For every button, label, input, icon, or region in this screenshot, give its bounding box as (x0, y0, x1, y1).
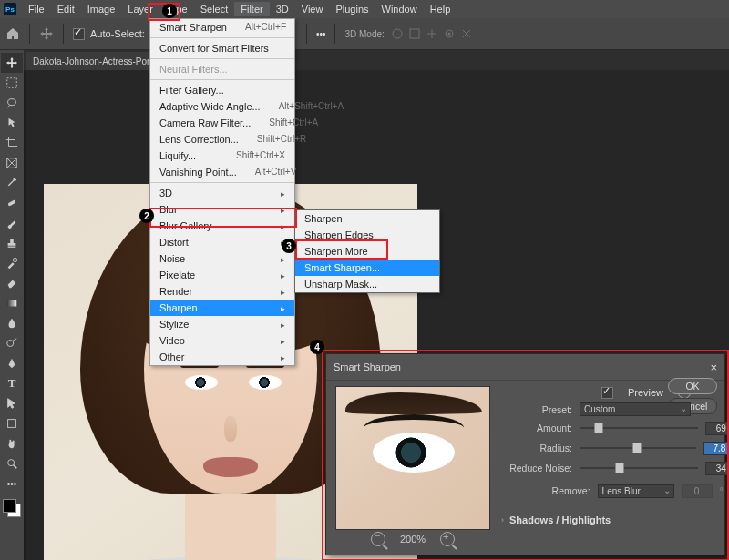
tool-shape[interactable] (1, 413, 23, 433)
chevron-right-icon[interactable]: › (501, 515, 504, 524)
svg-point-17 (13, 258, 16, 261)
filter-gallery[interactable]: Filter Gallery... (150, 82, 294, 98)
filter-noise[interactable]: Noise (150, 250, 294, 267)
filter-other[interactable]: Other (150, 349, 294, 365)
amount-slider[interactable] (580, 420, 698, 436)
menu-file[interactable]: File (22, 2, 51, 16)
tool-select[interactable] (1, 113, 23, 133)
tool-heal[interactable] (1, 193, 23, 213)
radius-value[interactable]: 7.8 (703, 442, 729, 455)
noise-value[interactable]: 34 (705, 462, 729, 475)
zoom-level: 200% (400, 534, 426, 545)
3d-icon[interactable] (390, 26, 405, 41)
close-icon[interactable]: × (710, 361, 717, 374)
preset-select[interactable]: Custom (580, 402, 691, 416)
filter-wide-angle[interactable]: Adaptive Wide Angle...Alt+Shift+Ctrl+A (150, 98, 294, 115)
3d-icon[interactable] (442, 26, 457, 41)
auto-select-checkbox[interactable] (73, 28, 85, 40)
tool-pen[interactable] (1, 353, 23, 373)
tool-brush[interactable] (1, 213, 23, 233)
preview-label: Preview (628, 387, 663, 398)
svg-rect-16 (8, 247, 16, 248)
filter-blur[interactable]: Blur (150, 201, 294, 218)
amount-label: Amount: (501, 423, 572, 433)
svg-point-19 (7, 341, 14, 347)
sharpen-unsharp[interactable]: Unsharp Mask... (295, 276, 439, 292)
menu-layer[interactable]: Layer (121, 2, 159, 16)
svg-rect-15 (7, 199, 15, 206)
menu-view[interactable]: View (295, 2, 330, 16)
filter-last[interactable]: Smart SharpenAlt+Ctrl+F (150, 19, 294, 36)
sharpen-edges[interactable]: Sharpen Edges (295, 227, 439, 243)
tool-type[interactable]: T (1, 373, 23, 393)
tool-path[interactable] (1, 393, 23, 413)
menu-filter[interactable]: Filter (234, 2, 269, 16)
separator (29, 24, 30, 44)
menu-edit[interactable]: Edit (51, 2, 81, 16)
sharpen-more[interactable]: Sharpen More (295, 243, 439, 260)
tool-dodge[interactable] (1, 333, 23, 353)
tool-crop[interactable] (1, 133, 23, 153)
sharpen-sharpen[interactable]: Sharpen (295, 210, 439, 227)
zoom-out-icon[interactable] (371, 532, 385, 546)
svg-rect-20 (8, 420, 16, 428)
filter-sharpen[interactable]: Sharpen (150, 300, 294, 316)
tool-lasso[interactable] (1, 93, 23, 113)
menu-help[interactable]: Help (424, 2, 457, 16)
filter-pixelate[interactable]: Pixelate (150, 267, 294, 283)
tool-marquee[interactable] (1, 73, 23, 93)
remove-select[interactable]: Lens Blur (598, 484, 674, 498)
move-tool-icon (39, 26, 54, 41)
filter-convert-smart[interactable]: Convert for Smart Filters (150, 40, 294, 56)
filter-3d[interactable]: 3D (150, 185, 294, 201)
filter-liquify[interactable]: Liquify...Shift+Ctrl+X (150, 148, 294, 164)
step-badge-4: 4 (310, 340, 324, 354)
menu-window[interactable]: Window (375, 2, 424, 16)
home-icon[interactable] (5, 26, 20, 41)
svg-rect-9 (410, 29, 419, 38)
tool-eraser[interactable] (1, 273, 23, 293)
filter-neural[interactable]: Neural Filters... (150, 61, 294, 77)
angle-value[interactable]: 0 (682, 484, 713, 498)
filter-render[interactable]: Render (150, 283, 294, 300)
menu-image[interactable]: Image (81, 2, 122, 16)
3d-icon[interactable] (425, 26, 439, 41)
noise-label: Reduce Noise: (501, 463, 572, 473)
preview-checkbox[interactable] (601, 387, 613, 399)
tool-more[interactable]: ••• (1, 473, 23, 494)
swatches[interactable] (3, 499, 21, 517)
tool-zoom[interactable] (1, 453, 23, 473)
tool-stamp[interactable] (1, 233, 23, 253)
menu-3d[interactable]: 3D (270, 2, 295, 16)
tool-hand[interactable] (1, 433, 23, 453)
zoom-in-icon[interactable] (440, 532, 455, 546)
tool-history-brush[interactable] (1, 253, 23, 273)
filter-blur-gallery[interactable]: Blur Gallery (150, 218, 294, 234)
tool-eyedropper[interactable] (1, 173, 23, 193)
tool-gradient[interactable] (1, 293, 23, 313)
filter-vanishing[interactable]: Vanishing Point...Alt+Ctrl+V (150, 164, 294, 180)
filter-video[interactable]: Video (150, 332, 294, 349)
ok-button[interactable]: OK (668, 378, 717, 394)
shadows-highlights-toggle[interactable]: Shadows / Highlights (509, 514, 611, 525)
filter-stylize[interactable]: Stylize (150, 316, 294, 332)
noise-slider[interactable] (580, 460, 698, 476)
filter-distort[interactable]: Distort (150, 234, 294, 250)
tool-frame[interactable] (1, 153, 23, 173)
mode-3d-group (390, 26, 474, 41)
amount-value[interactable]: 69 (705, 422, 729, 435)
tool-move[interactable] (1, 53, 23, 73)
filter-camera-raw[interactable]: Camera Raw Filter...Shift+Ctrl+A (150, 115, 294, 131)
menu-select[interactable]: Select (194, 2, 235, 16)
svg-point-11 (447, 33, 450, 36)
3d-icon[interactable] (407, 26, 422, 41)
filter-lens-correction[interactable]: Lens Correction...Shift+Ctrl+R (150, 131, 294, 148)
more-icon[interactable]: ••• (316, 29, 326, 39)
svg-point-13 (8, 99, 16, 106)
radius-slider[interactable] (580, 440, 696, 456)
3d-icon[interactable] (459, 26, 474, 41)
menu-bar: Ps File Edit Image Layer Type Select Fil… (0, 0, 729, 18)
menu-plugins[interactable]: Plugins (329, 2, 375, 16)
sharpen-smart[interactable]: Smart Sharpen... (295, 260, 439, 276)
tool-blur[interactable] (1, 313, 23, 333)
